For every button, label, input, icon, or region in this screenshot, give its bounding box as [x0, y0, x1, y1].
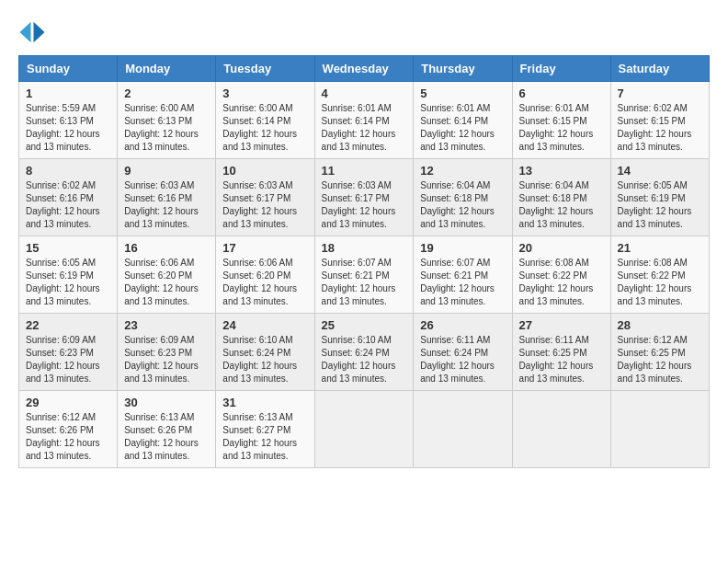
day-info: Sunrise: 6:04 AMSunset: 6:18 PMDaylight:…	[519, 180, 594, 229]
day-info: Sunrise: 6:03 AMSunset: 6:17 PMDaylight:…	[322, 180, 396, 229]
calendar-day-cell	[414, 391, 512, 468]
day-info: Sunrise: 6:00 AMSunset: 6:13 PMDaylight:…	[124, 103, 199, 152]
calendar-day-cell	[610, 391, 709, 468]
day-number: 14	[618, 164, 702, 178]
page-header	[18, 18, 710, 46]
calendar-day-cell: 12 Sunrise: 6:04 AMSunset: 6:18 PMDaylig…	[414, 159, 512, 236]
svg-marker-1	[20, 22, 31, 43]
day-number: 29	[26, 396, 110, 409]
day-number: 10	[222, 164, 307, 178]
calendar-day-cell: 7 Sunrise: 6:02 AMSunset: 6:15 PMDayligh…	[610, 82, 709, 159]
calendar-day-cell: 10 Sunrise: 6:03 AMSunset: 6:17 PMDaylig…	[216, 159, 314, 236]
day-info: Sunrise: 6:03 AMSunset: 6:17 PMDaylight:…	[222, 180, 297, 229]
day-info: Sunrise: 6:04 AMSunset: 6:18 PMDaylight:…	[420, 180, 495, 229]
day-number: 3	[222, 86, 307, 100]
calendar-day-cell: 4 Sunrise: 6:01 AMSunset: 6:14 PMDayligh…	[314, 82, 414, 159]
day-info: Sunrise: 6:03 AMSunset: 6:16 PMDaylight:…	[124, 180, 199, 229]
calendar-day-cell: 15 Sunrise: 6:05 AMSunset: 6:19 PMDaylig…	[19, 236, 118, 314]
calendar-header-wednesday: Wednesday	[314, 56, 414, 82]
calendar-day-cell: 2 Sunrise: 6:00 AMSunset: 6:13 PMDayligh…	[118, 82, 216, 159]
day-info: Sunrise: 6:13 AMSunset: 6:27 PMDaylight:…	[222, 412, 297, 461]
calendar-day-cell: 23 Sunrise: 6:09 AMSunset: 6:23 PMDaylig…	[118, 314, 216, 391]
calendar-day-cell: 28 Sunrise: 6:12 AMSunset: 6:25 PMDaylig…	[610, 314, 709, 391]
calendar-header-sunday: Sunday	[19, 56, 118, 82]
calendar-day-cell: 21 Sunrise: 6:08 AMSunset: 6:22 PMDaylig…	[610, 236, 709, 314]
day-number: 7	[618, 86, 702, 100]
day-number: 25	[322, 318, 407, 332]
calendar-header-friday: Friday	[512, 56, 610, 82]
calendar-day-cell: 18 Sunrise: 6:07 AMSunset: 6:21 PMDaylig…	[314, 236, 414, 314]
day-info: Sunrise: 6:05 AMSunset: 6:19 PMDaylight:…	[618, 180, 692, 229]
calendar-day-cell: 29 Sunrise: 6:12 AMSunset: 6:26 PMDaylig…	[19, 391, 118, 468]
calendar-day-cell: 27 Sunrise: 6:11 AMSunset: 6:25 PMDaylig…	[512, 314, 610, 391]
day-info: Sunrise: 6:01 AMSunset: 6:14 PMDaylight:…	[322, 103, 396, 152]
calendar-week-row: 22 Sunrise: 6:09 AMSunset: 6:23 PMDaylig…	[19, 314, 710, 391]
day-number: 30	[124, 396, 209, 409]
day-info: Sunrise: 6:07 AMSunset: 6:21 PMDaylight:…	[322, 258, 396, 306]
calendar-header-row: SundayMondayTuesdayWednesdayThursdayFrid…	[19, 56, 710, 82]
day-info: Sunrise: 6:01 AMSunset: 6:15 PMDaylight:…	[519, 103, 594, 152]
calendar-day-cell: 14 Sunrise: 6:05 AMSunset: 6:19 PMDaylig…	[610, 159, 709, 236]
day-info: Sunrise: 6:10 AMSunset: 6:24 PMDaylight:…	[322, 335, 396, 384]
day-number: 28	[618, 318, 702, 332]
calendar-day-cell: 19 Sunrise: 6:07 AMSunset: 6:21 PMDaylig…	[414, 236, 512, 314]
day-number: 23	[124, 318, 209, 332]
calendar-day-cell: 22 Sunrise: 6:09 AMSunset: 6:23 PMDaylig…	[19, 314, 118, 391]
day-info: Sunrise: 6:06 AMSunset: 6:20 PMDaylight:…	[124, 258, 199, 306]
day-info: Sunrise: 6:09 AMSunset: 6:23 PMDaylight:…	[124, 335, 199, 384]
calendar-header-tuesday: Tuesday	[216, 56, 314, 82]
day-number: 17	[222, 241, 307, 255]
day-number: 6	[519, 86, 604, 100]
calendar-week-row: 15 Sunrise: 6:05 AMSunset: 6:19 PMDaylig…	[19, 236, 710, 314]
day-number: 13	[519, 164, 604, 178]
calendar-day-cell: 17 Sunrise: 6:06 AMSunset: 6:20 PMDaylig…	[216, 236, 314, 314]
svg-marker-0	[34, 22, 45, 43]
calendar-day-cell: 8 Sunrise: 6:02 AMSunset: 6:16 PMDayligh…	[19, 159, 118, 236]
calendar-header-saturday: Saturday	[610, 56, 709, 82]
logo-icon	[18, 18, 46, 46]
calendar-day-cell: 26 Sunrise: 6:11 AMSunset: 6:24 PMDaylig…	[414, 314, 512, 391]
day-number: 2	[124, 86, 209, 100]
day-info: Sunrise: 6:06 AMSunset: 6:20 PMDaylight:…	[222, 258, 297, 306]
day-number: 27	[519, 318, 604, 332]
day-info: Sunrise: 6:01 AMSunset: 6:14 PMDaylight:…	[420, 103, 495, 152]
calendar-header-thursday: Thursday	[414, 56, 512, 82]
calendar-day-cell: 11 Sunrise: 6:03 AMSunset: 6:17 PMDaylig…	[314, 159, 414, 236]
day-number: 11	[322, 164, 407, 178]
day-number: 15	[26, 241, 110, 255]
calendar-day-cell: 20 Sunrise: 6:08 AMSunset: 6:22 PMDaylig…	[512, 236, 610, 314]
day-number: 18	[322, 241, 407, 255]
calendar-day-cell: 24 Sunrise: 6:10 AMSunset: 6:24 PMDaylig…	[216, 314, 314, 391]
day-number: 8	[26, 164, 110, 178]
calendar-week-row: 29 Sunrise: 6:12 AMSunset: 6:26 PMDaylig…	[19, 391, 710, 468]
day-info: Sunrise: 6:10 AMSunset: 6:24 PMDaylight:…	[222, 335, 297, 384]
day-info: Sunrise: 6:13 AMSunset: 6:26 PMDaylight:…	[124, 412, 199, 461]
calendar-day-cell: 13 Sunrise: 6:04 AMSunset: 6:18 PMDaylig…	[512, 159, 610, 236]
day-info: Sunrise: 6:08 AMSunset: 6:22 PMDaylight:…	[618, 258, 692, 306]
calendar-day-cell: 25 Sunrise: 6:10 AMSunset: 6:24 PMDaylig…	[314, 314, 414, 391]
day-number: 26	[420, 318, 505, 332]
day-number: 4	[322, 86, 407, 100]
day-info: Sunrise: 6:07 AMSunset: 6:21 PMDaylight:…	[420, 258, 495, 306]
calendar-header-monday: Monday	[118, 56, 216, 82]
day-info: Sunrise: 6:11 AMSunset: 6:24 PMDaylight:…	[420, 335, 495, 384]
day-number: 5	[420, 86, 505, 100]
calendar-day-cell	[512, 391, 610, 468]
calendar-day-cell: 3 Sunrise: 6:00 AMSunset: 6:14 PMDayligh…	[216, 82, 314, 159]
calendar-week-row: 8 Sunrise: 6:02 AMSunset: 6:16 PMDayligh…	[19, 159, 710, 236]
calendar-day-cell: 5 Sunrise: 6:01 AMSunset: 6:14 PMDayligh…	[414, 82, 512, 159]
day-info: Sunrise: 6:12 AMSunset: 6:26 PMDaylight:…	[26, 412, 100, 461]
day-number: 22	[26, 318, 110, 332]
day-number: 24	[222, 318, 307, 332]
day-info: Sunrise: 6:11 AMSunset: 6:25 PMDaylight:…	[519, 335, 594, 384]
calendar-day-cell: 31 Sunrise: 6:13 AMSunset: 6:27 PMDaylig…	[216, 391, 314, 468]
day-info: Sunrise: 6:09 AMSunset: 6:23 PMDaylight:…	[26, 335, 100, 384]
day-number: 19	[420, 241, 505, 255]
day-info: Sunrise: 6:02 AMSunset: 6:16 PMDaylight:…	[26, 180, 100, 229]
calendar-day-cell	[314, 391, 414, 468]
calendar-day-cell: 1 Sunrise: 5:59 AMSunset: 6:13 PMDayligh…	[19, 82, 118, 159]
calendar-table: SundayMondayTuesdayWednesdayThursdayFrid…	[18, 55, 710, 468]
day-info: Sunrise: 6:05 AMSunset: 6:19 PMDaylight:…	[26, 258, 100, 306]
calendar-week-row: 1 Sunrise: 5:59 AMSunset: 6:13 PMDayligh…	[19, 82, 710, 159]
calendar-day-cell: 16 Sunrise: 6:06 AMSunset: 6:20 PMDaylig…	[118, 236, 216, 314]
